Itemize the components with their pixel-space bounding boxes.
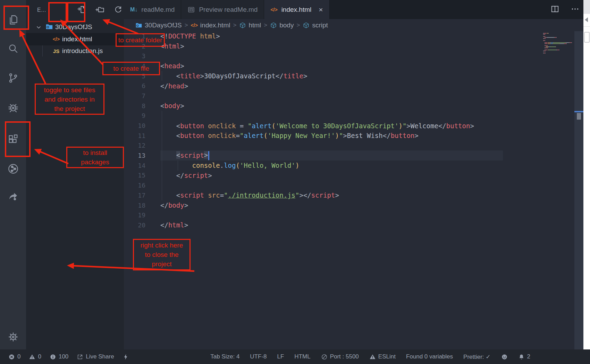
tab-index.html[interactable]: </>index.html× xyxy=(264,0,329,19)
activitybar-item-search[interactable] xyxy=(0,38,26,60)
code-line-2[interactable]: 2<html> xyxy=(124,41,583,51)
breadcrumb-item-body[interactable]: body xyxy=(270,21,294,29)
line-number: 5 xyxy=(124,72,145,80)
activitybar-item-settings[interactable] xyxy=(0,327,26,349)
file-row-introduction.js[interactable]: JSintroduction.js xyxy=(26,45,124,57)
breadcrumb-item-script[interactable]: script xyxy=(303,21,328,29)
activitybar-item-run-and-debug[interactable] xyxy=(0,97,26,119)
file-row-index.html[interactable]: </>index.html xyxy=(26,33,124,45)
debug-icon xyxy=(7,102,19,115)
page-scrollbar-thumb[interactable] xyxy=(584,32,590,43)
code-line-13[interactable]: 13 <script> xyxy=(124,150,583,161)
breadcrumb-label: html xyxy=(248,21,261,29)
smiley-icon xyxy=(501,354,508,360)
chevron-down-icon[interactable] xyxy=(36,24,43,30)
html-icon: </> xyxy=(50,36,62,42)
extensions-icon xyxy=(7,133,19,147)
code-line-14[interactable]: 14 console.log('Hello, World') xyxy=(124,161,583,171)
file-label: introduction.js xyxy=(62,47,103,55)
code-line-16[interactable]: 16 xyxy=(124,180,583,190)
code-line-15[interactable]: 15 </script> xyxy=(124,171,583,181)
code-line-4[interactable]: 4<head> xyxy=(124,61,583,71)
status-item-lf[interactable]: LF xyxy=(277,353,284,360)
more-actions-icon[interactable] xyxy=(571,5,580,15)
status-item-smiley-icon[interactable] xyxy=(501,354,508,360)
share-arrow-icon xyxy=(7,190,19,203)
code-line-6[interactable]: 6</head> xyxy=(124,81,583,91)
status-item-2[interactable]: 2 xyxy=(518,353,530,360)
code-line-17[interactable]: 17 <script src="./introduction.js"></scr… xyxy=(124,190,583,200)
status-item-eslint[interactable]: ESLint xyxy=(369,353,396,360)
tab-bar: M↓readMe.mdPreview readMe.md</>index.htm… xyxy=(124,0,583,19)
tab-preview-readme.md[interactable]: Preview readMe.md xyxy=(181,0,264,19)
line-number: 9 xyxy=(124,112,145,119)
status-text: 0 xyxy=(38,353,41,360)
status-text: 0 xyxy=(17,353,20,360)
status-item-bolt-icon[interactable] xyxy=(123,354,129,360)
line-number: 17 xyxy=(124,192,145,199)
new-folder-icon[interactable] xyxy=(94,5,106,15)
folder-row-30daysofjs[interactable]: 30DaysOfJS xyxy=(26,21,124,33)
code-line-8[interactable]: 8<body> xyxy=(124,101,583,111)
more-actions-icon xyxy=(571,9,580,15)
activitybar-item-live-share[interactable] xyxy=(0,158,26,181)
refresh-icon[interactable] xyxy=(112,5,124,15)
status-item-port-5500[interactable]: Port : 5500 xyxy=(321,353,359,360)
explorer-header: E... xyxy=(26,0,124,20)
activitybar-item-explorer[interactable] xyxy=(0,10,26,32)
divider xyxy=(583,26,590,27)
activitybar-item-share[interactable] xyxy=(0,185,26,208)
bolt-icon xyxy=(123,354,129,360)
code-line-19[interactable]: 19 xyxy=(124,210,583,220)
activitybar-item-extensions[interactable] xyxy=(0,129,26,151)
code-line-7[interactable]: 7 xyxy=(124,91,583,101)
code-line-18[interactable]: 18</body> xyxy=(124,200,583,210)
bell-icon xyxy=(518,354,525,360)
html-icon: </> xyxy=(191,23,198,28)
status-item-prettier-[interactable]: Prettier: ✓ xyxy=(463,353,490,361)
line-number: 4 xyxy=(124,62,145,70)
new-file-icon[interactable] xyxy=(76,5,87,15)
status-text: Found 0 variables xyxy=(406,353,453,360)
status-item-utf-8[interactable]: UTF-8 xyxy=(250,353,267,360)
editor-scrollbar[interactable] xyxy=(574,31,583,349)
status-item-html[interactable]: HTML xyxy=(294,353,310,360)
breadcrumb-separator: > xyxy=(233,22,236,29)
status-item-tab-size-4[interactable]: Tab Size: 4 xyxy=(210,353,239,360)
code-line-3[interactable]: 3 xyxy=(124,51,583,61)
editor-actions xyxy=(550,0,580,19)
breadcrumb-item-index.html[interactable]: </>index.html xyxy=(191,21,230,29)
code-line-12[interactable]: 12 xyxy=(124,141,583,151)
scrollbar-thumb[interactable] xyxy=(577,113,581,120)
status-item-100[interactable]: 100 xyxy=(50,353,68,360)
status-text: 100 xyxy=(59,353,68,360)
symbol-cube-icon xyxy=(239,22,246,29)
breadcrumb-item-30DaysOfJS[interactable]: 30DaysOfJS xyxy=(135,21,182,29)
line-number: 1 xyxy=(124,33,145,40)
code-line-9[interactable]: 9 xyxy=(124,111,583,121)
page-scrollbar-top xyxy=(583,0,590,14)
close-icon[interactable]: × xyxy=(319,6,323,14)
status-item-0[interactable]: 0 xyxy=(29,353,41,360)
code-editor[interactable]: 1<!DOCTYPE html>2<html>34<head>5 <title>… xyxy=(124,31,583,349)
minimap[interactable] xyxy=(543,33,574,75)
split-editor-icon[interactable] xyxy=(550,5,559,15)
code-line-1[interactable]: 1<!DOCTYPE html> xyxy=(124,31,583,41)
code-line-5[interactable]: 5 <title>30DaysOfJavaScript</title> xyxy=(124,71,583,81)
status-item-0[interactable]: 0 xyxy=(8,353,20,360)
line-number: 3 xyxy=(124,52,145,60)
breadcrumb-item-html[interactable]: html xyxy=(239,21,261,29)
status-item-live-share[interactable]: Live Share xyxy=(77,353,114,360)
code-line-20[interactable]: 20</html> xyxy=(124,220,583,230)
status-item-found-0-variables[interactable]: Found 0 variables xyxy=(406,353,453,360)
status-text: LF xyxy=(277,353,284,360)
tab-readme.md[interactable]: M↓readMe.md xyxy=(124,0,181,19)
activitybar-item-source-control[interactable] xyxy=(0,68,26,90)
breadcrumb-separator: > xyxy=(296,22,300,29)
code-line-10[interactable]: 10 <button onclick = "alert('Welcome to … xyxy=(124,121,583,131)
warning-icon xyxy=(29,354,35,360)
status-text: Tab Size: 4 xyxy=(210,353,239,360)
code-line-11[interactable]: 11 <button onclick="alert('Happy New Yea… xyxy=(124,131,583,141)
line-number: 8 xyxy=(124,102,145,110)
activity-bar xyxy=(0,0,26,349)
